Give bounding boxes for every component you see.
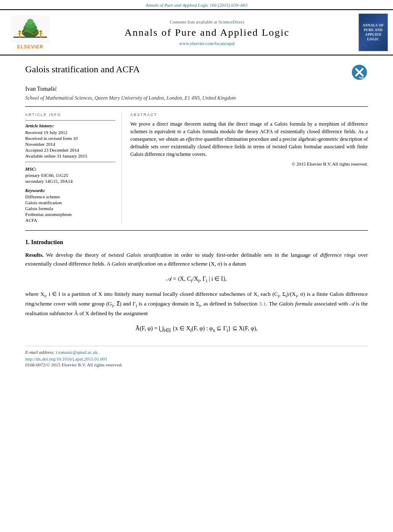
svg-point-6: [27, 19, 34, 25]
each-word: each: [261, 291, 271, 297]
journal-center-info: Contents lists available at ScienceDirec…: [60, 19, 354, 46]
svg-rect-9: [18, 34, 19, 34]
svg-rect-11: [19, 36, 20, 38]
footer-area: E-mail address: i.tomasic@qmul.ac.uk. ht…: [25, 346, 368, 367]
section-1-title: Introduction: [31, 239, 63, 245]
journal-reference-text: Annals of Pure and Applied Logic 166 (20…: [146, 3, 248, 8]
svg-rect-15: [39, 34, 40, 34]
footer-copyright: 0168-0072/© 2015 Elsevier B.V. All right…: [25, 362, 368, 367]
intro-paragraph-1: Results. We develop the theory of twiste…: [25, 251, 368, 269]
email-address[interactable]: i.tomasic@qmul.ac.uk: [56, 350, 98, 355]
history-item-3: November 2014: [25, 142, 115, 147]
svg-rect-17: [40, 36, 41, 38]
journal-cover-image: ANNALS OF PURE AND APPLIED LOGIC: [359, 13, 388, 51]
p1b-text: in order to study first-order definable …: [172, 252, 320, 258]
elsevier-wordmark: ELSEVIER: [17, 44, 43, 49]
sciencedirect-link[interactable]: ScienceDirect: [218, 19, 244, 24]
keyword-3: Galois formula: [25, 206, 115, 211]
email-label: E-mail address:: [25, 350, 55, 355]
main-content: Galois stratification and ACFA Ivan Toma…: [0, 55, 393, 380]
abstract-text: We prove a direct image theorem stating …: [130, 120, 368, 158]
svg-rect-18: [41, 36, 42, 38]
msc-label: MSC:: [25, 166, 115, 171]
article-info-panel: ARTICLE INFO Article history: Received 1…: [25, 113, 122, 224]
math-formula-1: 𝒜 = ⟨X, Ci/Xi, Γi | i ∈ I⟩,: [166, 276, 227, 282]
history-item-1: Received 19 July 2012: [25, 130, 115, 135]
keywords-label: Keywords:: [25, 188, 115, 193]
galois-formula-italic: Galois formula: [279, 300, 313, 307]
crossmark-icon: [351, 64, 368, 81]
section-1-number: 1.: [25, 239, 30, 245]
twisted-galois-text: twisted Galois stratification: [108, 252, 172, 258]
abstract-panel: ABSTRACT We prove a direct image theorem…: [130, 113, 368, 224]
journal-title-header: Annals of Pure and Applied Logic: [60, 27, 354, 38]
abstract-effective-word: effective: [186, 136, 203, 142]
p1d-text: on a difference scheme (X, σ) is a datum: [156, 261, 246, 267]
article-title-row: Galois stratification and ACFA: [25, 64, 368, 81]
msc-primary: primary 03C60, 11G25: [25, 173, 115, 178]
journal-header: ELSEVIER Contents lists available at Sci…: [0, 9, 393, 55]
keyword-4: Frobenius automorphism: [25, 212, 115, 217]
math-formula-2: Ã(F, φ) = ⋃i∈I {x ∈ Xi(F, φ) : φx ⊆ Γi} …: [135, 325, 257, 332]
p1-text: We develop the theory of: [44, 252, 108, 258]
keyword-5: ACFA: [25, 218, 115, 223]
intro-paragraph-2: where Xi, i ∈ I is a partition of X into…: [25, 290, 368, 318]
section-1-heading: 1. Introduction: [25, 239, 368, 246]
abstract-label: ABSTRACT: [130, 113, 368, 117]
subsection-ref[interactable]: 3.1: [259, 300, 266, 307]
article-info-label: ARTICLE INFO: [25, 113, 115, 117]
svg-rect-14: [40, 33, 41, 36]
section-divider: [25, 230, 368, 231]
contents-available-line: Contents lists available at ScienceDirec…: [60, 19, 354, 24]
msc-secondary: secondary 14G15, 39A14: [25, 179, 115, 184]
diff-rings-text: difference rings: [320, 252, 356, 258]
journal-reference-bar: Annals of Pure and Applied Logic 166 (20…: [0, 0, 393, 9]
svg-rect-16: [41, 34, 43, 34]
author-name: Ivan Tomašić: [25, 86, 368, 92]
article-info-abstract: ARTICLE INFO Article history: Received 1…: [25, 113, 368, 224]
cover-text: ANNALS OF PURE AND APPLIED LOGIC: [361, 23, 386, 42]
keyword-1: Difference scheme: [25, 194, 115, 199]
doi-link[interactable]: http://dx.doi.org/10.1016/j.apal.2015.01…: [25, 356, 368, 361]
journal-url[interactable]: www.elsevier.com/locate/apal: [60, 41, 354, 46]
svg-rect-10: [20, 34, 22, 34]
abstract-copyright: © 2015 Elsevier B.V. All rights reserved…: [130, 161, 368, 166]
math-display-2: Ã(F, φ) = ⋃i∈I {x ∈ Xi(F, φ) : φx ⊆ Γi} …: [25, 325, 368, 333]
galois-strat-text: Galois stratification: [112, 261, 156, 267]
math-display-1: 𝒜 = ⟨X, Ci/Xi, Γi | i ∈ I⟩,: [25, 275, 368, 284]
elsevier-logo: ELSEVIER: [5, 16, 55, 49]
affiliation: School of Mathematical Sciences, Queen M…: [25, 95, 368, 107]
svg-point-7: [18, 30, 21, 33]
article-title: Galois stratification and ACFA: [25, 64, 140, 75]
history-item-4: Accepted 23 December 2014: [25, 147, 115, 153]
elsevier-tree-icon: [11, 16, 49, 43]
svg-point-13: [40, 30, 42, 33]
keyword-2: Galois stratification: [25, 200, 115, 205]
history-item-5: Available online 31 January 2015: [25, 153, 115, 158]
email-footnote: E-mail address: i.tomasic@qmul.ac.uk.: [25, 350, 368, 355]
svg-rect-12: [20, 36, 21, 38]
results-bold: Results.: [25, 252, 44, 258]
svg-rect-8: [19, 33, 20, 36]
article-history-label: Article history:: [25, 123, 115, 128]
history-item-2: Received in revised form 10: [25, 136, 115, 141]
